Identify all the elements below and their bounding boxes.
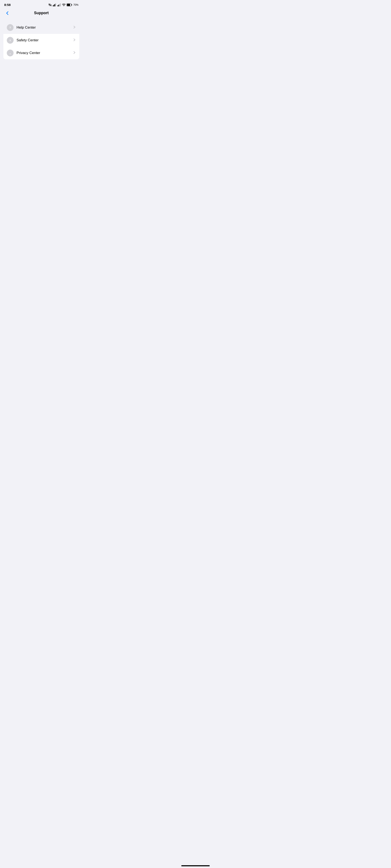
chevron-right-icon: [73, 26, 76, 29]
status-bar: 8:58: [0, 0, 83, 8]
status-time: 8:58: [4, 3, 10, 6]
svg-rect-12: [71, 4, 72, 5]
svg-rect-4: [55, 3, 56, 6]
svg-rect-11: [67, 4, 70, 6]
question-icon: ?: [8, 26, 12, 29]
svg-rect-1: [53, 5, 54, 6]
wifi-icon: [62, 3, 66, 6]
privacy-center-item[interactable]: Privacy Center: [3, 46, 79, 59]
safety-center-label: Safety Center: [17, 38, 73, 42]
svg-rect-3: [55, 4, 55, 6]
privacy-center-chevron: [73, 51, 76, 55]
signal-icon-1: [53, 3, 56, 6]
signal-icon-2: [57, 3, 61, 6]
chevron-right-icon: [73, 38, 76, 41]
safety-center-chevron: [73, 38, 76, 42]
safety-center-item[interactable]: Safety Center: [3, 34, 79, 46]
privacy-center-label: Privacy Center: [17, 51, 73, 55]
help-center-item[interactable]: ? Help Center: [3, 21, 79, 34]
svg-rect-5: [57, 5, 58, 6]
help-center-label: Help Center: [17, 25, 73, 30]
back-arrow-icon: [5, 11, 10, 16]
battery-icon: [67, 3, 72, 6]
chevron-right-icon: [73, 51, 76, 54]
svg-point-9: [64, 5, 64, 6]
help-center-icon-wrapper: ?: [7, 24, 13, 31]
status-icons: 70%: [48, 3, 79, 6]
shield-icon: [8, 38, 12, 42]
svg-rect-7: [59, 4, 60, 6]
svg-rect-2: [54, 5, 54, 6]
help-center-chevron: [73, 26, 76, 29]
page-title: Support: [34, 11, 49, 15]
back-button[interactable]: [4, 10, 10, 16]
safety-center-icon-wrapper: [7, 37, 13, 44]
svg-text:?: ?: [9, 26, 11, 29]
svg-rect-8: [60, 3, 61, 6]
svg-rect-6: [58, 5, 59, 6]
battery-percent: 70%: [73, 3, 79, 6]
support-menu-list: ? Help Center Safety Center: [3, 21, 79, 59]
lock-icon: [8, 51, 12, 55]
nav-bar: Support: [0, 8, 83, 19]
privacy-center-icon-wrapper: [7, 50, 13, 56]
mute-icon: [48, 3, 52, 6]
